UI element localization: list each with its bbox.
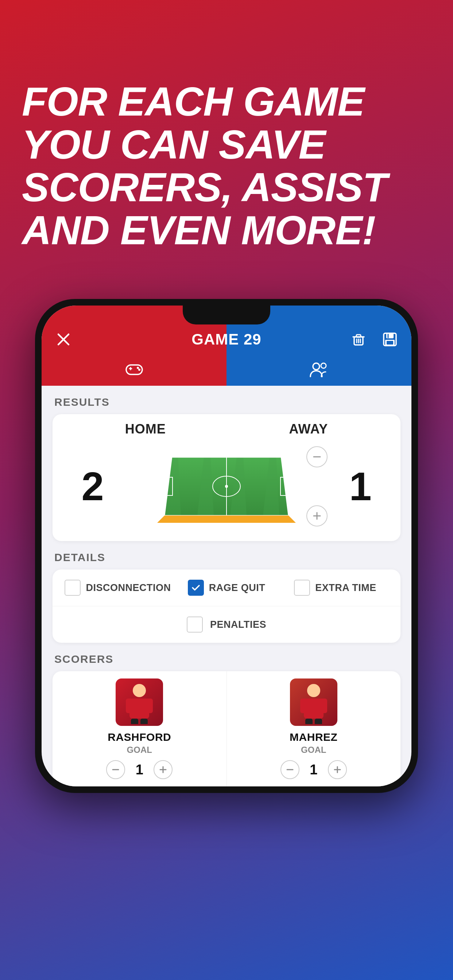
mahrez-type: GOAL: [301, 745, 326, 755]
penalties-row: PENALTIES: [53, 606, 400, 643]
results-card: HOME AWAY 2: [53, 414, 400, 541]
svg-point-16: [137, 367, 139, 369]
svg-rect-46: [300, 698, 308, 713]
details-card: DISCONNECTION RAGE QUIT EXTRA TIM: [53, 570, 400, 643]
rashford-type: GOAL: [127, 745, 152, 755]
scorers-card: RASHFORD GOAL 1: [53, 671, 400, 786]
disconnection-label: DISCONNECTION: [86, 582, 171, 593]
svg-rect-38: [145, 698, 153, 713]
close-button[interactable]: [53, 328, 74, 350]
svg-point-44: [307, 684, 320, 697]
home-label: HOME: [125, 422, 166, 437]
svg-point-17: [138, 369, 140, 371]
tab-gamepad[interactable]: [41, 353, 226, 386]
extra-time-item: EXTRA TIME: [281, 580, 389, 596]
header-center: GAME 29: [167, 331, 286, 348]
mahrez-plus[interactable]: [328, 760, 347, 779]
svg-rect-9: [386, 333, 394, 338]
svg-rect-47: [320, 698, 327, 713]
svg-rect-49: [315, 719, 322, 724]
home-score: 2: [64, 466, 122, 506]
svg-rect-37: [126, 698, 133, 713]
football-pitch: [157, 442, 296, 530]
scorers-row: RASHFORD GOAL 1: [53, 671, 400, 786]
details-section-label: DETAILS: [41, 541, 412, 570]
rage-quit-item: RAGE QUIT: [172, 580, 281, 596]
svg-rect-40: [140, 719, 148, 724]
svg-rect-39: [131, 719, 138, 724]
results-header: HOME AWAY: [64, 422, 389, 442]
pitch-container: [122, 442, 331, 530]
rashford-plus[interactable]: [153, 760, 172, 779]
mahrez-avatar: [290, 678, 337, 726]
mahrez-count: 1: [308, 762, 319, 778]
scorer-mahrez: MAHREZ GOAL 1: [227, 671, 401, 786]
away-label: AWAY: [289, 422, 328, 437]
svg-point-19: [321, 363, 326, 368]
svg-rect-4: [356, 335, 361, 337]
svg-rect-48: [305, 719, 313, 724]
header-left: [53, 328, 167, 350]
details-row-1: DISCONNECTION RAGE QUIT EXTRA TIM: [53, 570, 400, 606]
svg-point-35: [133, 684, 146, 697]
disconnection-checkbox[interactable]: [65, 580, 81, 596]
mahrez-controls: 1: [281, 760, 347, 779]
tab-bar: [41, 353, 412, 386]
game-title: GAME 29: [191, 331, 261, 348]
rashford-count: 1: [134, 762, 145, 778]
tab-players[interactable]: [226, 353, 412, 386]
header-right: [286, 329, 400, 350]
mahrez-minus[interactable]: [281, 760, 300, 779]
phone-notch: [183, 305, 270, 325]
rashford-name: RASHFORD: [108, 731, 171, 743]
penalties-checkbox[interactable]: [187, 617, 203, 633]
rage-quit-label: RAGE QUIT: [209, 582, 266, 593]
rashford-figure: [116, 678, 163, 726]
score-plus-button[interactable]: [306, 505, 327, 527]
away-score: 1: [331, 466, 389, 506]
scorer-rashford: RASHFORD GOAL 1: [53, 671, 227, 786]
rashford-controls: 1: [106, 760, 172, 779]
results-body: 2: [64, 442, 389, 530]
disconnection-item: DISCONNECTION: [64, 580, 172, 596]
extra-time-label: EXTRA TIME: [315, 582, 376, 593]
rashford-minus[interactable]: [106, 760, 125, 779]
rage-quit-checkbox[interactable]: [188, 580, 204, 596]
results-section-label: RESULTS: [41, 386, 412, 414]
delete-button[interactable]: [348, 329, 369, 350]
svg-rect-11: [387, 341, 393, 345]
phone-screen: GAME 29: [41, 305, 412, 786]
hero-text: FOR EACH GAME YOU CAN SAVE SCORERS, ASSI…: [22, 80, 431, 251]
score-minus-button[interactable]: [306, 446, 327, 468]
svg-point-28: [225, 485, 228, 488]
phone-frame: GAME 29: [35, 299, 418, 793]
rashford-avatar: [116, 678, 163, 726]
penalties-label: PENALTIES: [210, 619, 266, 630]
svg-point-18: [313, 363, 319, 370]
mahrez-name: MAHREZ: [290, 731, 337, 743]
phone-mockup: GAME 29: [35, 299, 418, 793]
svg-marker-31: [157, 515, 296, 523]
scorers-section-label: SCORERS: [41, 643, 412, 671]
mahrez-figure: [290, 678, 337, 726]
extra-time-checkbox[interactable]: [294, 580, 310, 596]
save-button[interactable]: [379, 329, 400, 350]
